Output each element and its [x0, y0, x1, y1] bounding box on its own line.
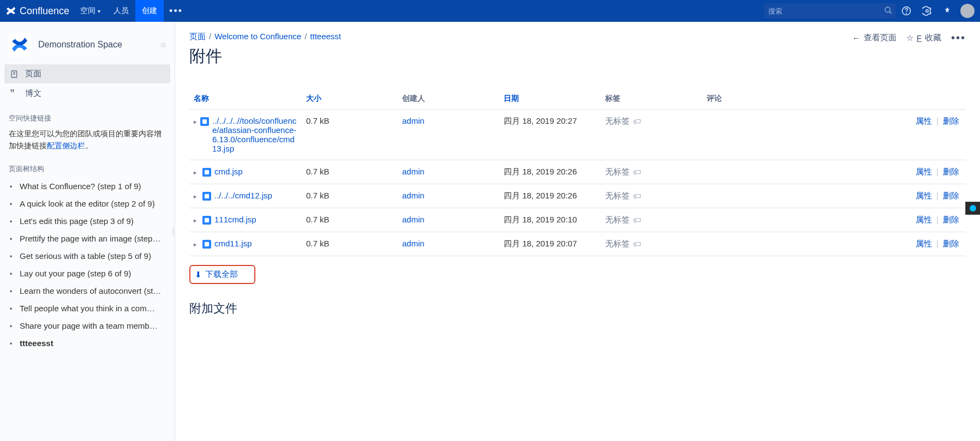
expand-icon[interactable]: ▸ [194, 118, 197, 125]
file-icon [200, 117, 209, 126]
tree-item[interactable]: •Share your page with a team member (ste… [4, 318, 175, 335]
attachment-name[interactable]: ../../../cmd12.jsp [214, 191, 272, 200]
table-row: ▸111cmd.jsp0.7 kBadmin四月 18, 2019 20:10无… [189, 208, 966, 232]
page-actions: ← 查看页面 ☆ F收藏 ••• [852, 32, 966, 44]
attachment-labels[interactable]: 无标签🏷 [605, 167, 698, 177]
attachment-name[interactable]: cmd11.jsp [214, 239, 252, 248]
create-button[interactable]: 创建 [135, 0, 164, 22]
attachment-name[interactable]: ../../../..//tools/confluence/atlassian-… [212, 116, 297, 153]
tree-item[interactable]: •ttteeesst [4, 335, 175, 353]
search-input[interactable] [767, 7, 884, 16]
sidebar-resize-handle[interactable]: ┆┆ [171, 228, 175, 235]
expand-icon[interactable]: ▸ [194, 169, 199, 176]
page-tree: •What is Confluence? (step 1 of 9)•A qui… [0, 177, 175, 353]
attachment-creator[interactable]: admin [402, 167, 425, 176]
download-all-button[interactable]: ⬇ 下载全部 [189, 265, 255, 284]
tree-item[interactable]: •Let's edit this page (step 3 of 9) [4, 213, 175, 231]
tag-icon: 🏷 [633, 167, 641, 177]
table-row: ▸cmd.jsp0.7 kBadmin四月 18, 2019 20:26无标签🏷… [189, 160, 966, 184]
right-edge-widget[interactable] [965, 202, 980, 215]
tree-item[interactable]: •Lay out your page (step 6 of 9) [4, 265, 175, 283]
breadcrumb-parent[interactable]: Welcome to Confluence [214, 32, 301, 42]
user-avatar[interactable] [960, 4, 975, 18]
tree-item-label: Get serious with a table (step 5 of 9) [20, 251, 151, 261]
action-properties[interactable]: 属性 [913, 167, 934, 176]
bullet-icon: • [10, 216, 15, 227]
breadcrumb-pages[interactable]: 页面 [189, 32, 206, 42]
pages-icon [10, 70, 20, 78]
svg-line-1 [889, 11, 892, 14]
attachment-name[interactable]: 111cmd.jsp [214, 215, 256, 224]
expand-icon[interactable]: ▸ [194, 193, 199, 200]
attachment-creator[interactable]: admin [402, 116, 425, 125]
space-sidebar: Demonstration Space ☆ 页面 ” 博文 空间快捷链接 在这里… [0, 22, 175, 441]
nav-spaces[interactable]: 空间 ▾ [74, 0, 107, 22]
attachment-labels[interactable]: 无标签🏷 [605, 116, 698, 126]
product-name: Confluence [20, 5, 69, 17]
breadcrumb-current[interactable]: ttteeesst [310, 32, 341, 42]
tree-item-label: Let's edit this page (step 3 of 9) [20, 216, 134, 226]
action-delete[interactable]: 删除 [941, 191, 961, 200]
tree-item[interactable]: •Prettify the page with an image (step 4… [4, 231, 175, 248]
col-creator: 创建人 [398, 88, 499, 110]
file-icon [202, 240, 211, 249]
tree-item-label: ttteeesst [20, 339, 53, 348]
blog-icon: ” [10, 88, 20, 99]
sidebar-item-pages[interactable]: 页面 [4, 64, 170, 83]
bullet-icon: • [10, 269, 15, 280]
table-row: ▸cmd11.jsp0.7 kBadmin四月 18, 2019 20:07无标… [189, 232, 966, 256]
table-row: ▸../../../cmd12.jsp0.7 kBadmin四月 18, 201… [189, 184, 966, 208]
configure-sidebar-link[interactable]: 配置侧边栏 [47, 141, 85, 150]
nav-people[interactable]: 人员 [107, 0, 135, 22]
tree-item[interactable]: •A quick look at the editor (step 2 of 9… [4, 196, 175, 213]
action-delete[interactable]: 删除 [941, 167, 961, 176]
notifications-icon[interactable] [937, 7, 957, 15]
bullet-icon: • [10, 304, 15, 315]
attachment-creator[interactable]: admin [402, 239, 425, 248]
svg-point-4 [926, 10, 929, 13]
space-name[interactable]: Demonstration Space [38, 40, 153, 50]
action-properties[interactable]: 属性 [913, 239, 934, 248]
attachment-name[interactable]: cmd.jsp [214, 167, 243, 176]
tree-item[interactable]: •What is Confluence? (step 1 of 9) [4, 178, 175, 196]
col-name[interactable]: 名称 [189, 88, 302, 110]
star-space-icon[interactable]: ☆ [160, 40, 167, 49]
search-icon[interactable] [884, 6, 893, 16]
action-delete[interactable]: 删除 [941, 116, 961, 125]
attachment-labels[interactable]: 无标签🏷 [605, 215, 698, 225]
more-button[interactable]: ••• [164, 0, 188, 22]
tree-item[interactable]: •Get serious with a table (step 5 of 9) [4, 248, 175, 265]
bullet-icon: • [10, 199, 15, 210]
attachment-date: 四月 18, 2019 20:07 [499, 232, 601, 256]
product-logo[interactable]: Confluence [0, 5, 74, 17]
attachment-labels[interactable]: 无标签🏷 [605, 191, 698, 201]
action-properties[interactable]: 属性 [913, 116, 934, 125]
sidebar-item-blog[interactable]: ” 博文 [4, 83, 170, 104]
bullet-icon: • [10, 286, 15, 297]
help-icon[interactable] [896, 6, 917, 16]
attach-file-heading: 附加文件 [189, 300, 966, 317]
tree-item-label: Share your page with a team member (step… [20, 321, 162, 330]
favorite-button[interactable]: ☆ F收藏 [906, 33, 941, 43]
attachment-size: 0.7 kB [302, 232, 398, 256]
expand-icon[interactable]: ▸ [194, 241, 199, 248]
view-page-button[interactable]: ← 查看页面 [852, 33, 897, 43]
action-properties[interactable]: 属性 [913, 191, 934, 200]
col-size[interactable]: 大小 [302, 88, 398, 110]
action-properties[interactable]: 属性 [913, 215, 934, 224]
attachment-labels[interactable]: 无标签🏷 [605, 239, 698, 249]
confluence-icon [5, 5, 16, 16]
tree-item[interactable]: •Learn the wonders of autoconvert (step … [4, 283, 175, 300]
action-delete[interactable]: 删除 [941, 239, 961, 248]
expand-icon[interactable]: ▸ [194, 217, 199, 224]
tree-item-label: What is Confluence? (step 1 of 9) [20, 182, 141, 191]
col-date[interactable]: 日期 [499, 88, 601, 110]
attachment-creator[interactable]: admin [402, 191, 425, 200]
tree-item-label: A quick look at the editor (step 2 of 9) [20, 199, 155, 208]
page-more-button[interactable]: ••• [951, 32, 966, 44]
breadcrumb: 页面 / Welcome to Confluence / ttteeesst [189, 32, 341, 42]
settings-icon[interactable] [917, 6, 937, 16]
attachment-creator[interactable]: admin [402, 215, 425, 224]
tree-item[interactable]: •Tell people what you think in a comment… [4, 300, 175, 318]
action-delete[interactable]: 删除 [941, 215, 961, 224]
